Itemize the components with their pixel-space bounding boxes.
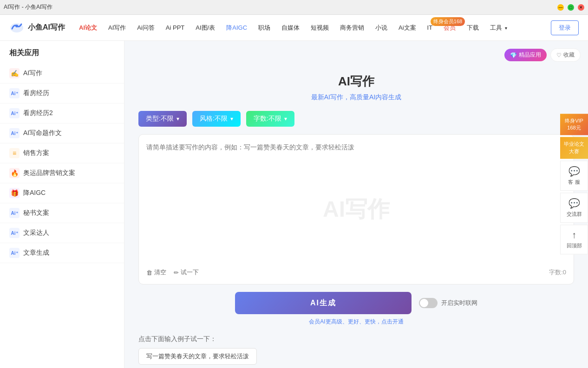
realtime-switch[interactable] (419, 298, 438, 308)
tools-arrow-icon: ▾ (505, 26, 507, 31)
collect-badge[interactable]: ♡ 收藏 (550, 48, 581, 62)
member-hint: 会员AI更高级、更好、更快，点击开通 (138, 318, 574, 326)
customer-service-icon: 💬 (568, 166, 580, 177)
nav-tools[interactable]: 工具 ▾ (485, 21, 512, 35)
community-button[interactable]: 💬 交流群 (560, 193, 588, 223)
nav-xiezuo[interactable]: AI写作 (104, 21, 131, 35)
sidebar-item-writer[interactable]: Ai⁺ 文采达人 (0, 223, 124, 243)
content-area: 💎 精品应用 ♡ 收藏 AI写作 最新AI写作，高质量AI内容生成 类型:不限 … (124, 41, 588, 368)
style-dropdown-icon: ▾ (230, 116, 233, 122)
sidebar-label-ai-essay: AI写命题作文 (23, 129, 62, 137)
page-subtitle: 最新AI写作，高质量AI内容生成 (138, 93, 574, 102)
nav-novel[interactable]: 小说 (371, 21, 392, 35)
logo[interactable]: 小鱼AI写作 (9, 20, 65, 35)
secretary-icon: Ai⁺ (9, 208, 20, 218)
titlebar-title: AI写作 - 小鱼AI写作 (4, 3, 52, 11)
trash-icon: 🗑 (146, 269, 152, 276)
titlebar: AI写作 - 小鱼AI写作 — □ ✕ (0, 0, 588, 15)
pencil-icon: ✏ (174, 269, 179, 276)
sidebar-title: 相关应用 (0, 48, 124, 64)
minimize-button[interactable]: — (557, 4, 564, 11)
nav-download[interactable]: 下载 (462, 21, 483, 35)
article-icon: Ai⁺ (9, 248, 20, 258)
graduation-float-card[interactable]: 毕业论文 大赛 (560, 137, 588, 159)
page-title: AI写作 (138, 73, 574, 90)
realtime-toggle: 开启实时联网 (419, 298, 477, 308)
examples-label: 点击下面输入例子试一下： (138, 335, 574, 343)
member-badge: 终身会员168 (431, 17, 465, 26)
maximize-button[interactable]: □ (568, 4, 574, 11)
sidebar-label-ai-writing: AI写作 (23, 69, 42, 77)
sidebar: 相关应用 ✍ AI写作 Ai⁺ 看房经历 Ai⁺ 看房经历2 Ai⁺ AI写命题… (0, 41, 124, 368)
nav-image[interactable]: AI图/表 (191, 21, 220, 35)
sidebar-label-sales-plan: 销售方案 (23, 149, 49, 157)
nav-job[interactable]: 职场 (254, 21, 275, 35)
word-count: 字数:0 (549, 268, 566, 277)
svg-point-1 (15, 25, 18, 27)
sidebar-item-article[interactable]: Ai⁺ 文章生成 (0, 243, 124, 263)
vip-float-card[interactable]: 终身VIP 168元 (560, 114, 588, 136)
nav-aiwen[interactable]: Ai文案 (394, 21, 421, 35)
words-dropdown-icon: ▾ (284, 116, 287, 122)
nav-media[interactable]: 自媒体 (277, 21, 304, 35)
sidebar-item-house-exp2[interactable]: Ai⁺ 看房经历2 (0, 103, 124, 123)
open-member-link[interactable]: 点击开通 (381, 318, 404, 325)
type-filter-button[interactable]: 类型:不限 ▾ (138, 111, 187, 127)
try-button[interactable]: ✏ 试一下 (174, 268, 199, 277)
logo-icon (9, 20, 24, 35)
clear-button[interactable]: 🗑 清空 (146, 268, 166, 277)
main-nav: AI论文 AI写作 Ai问答 Ai PPT AI图/表 降AIGC 职场 自媒体… (74, 21, 551, 35)
heart-icon: ♡ (556, 52, 562, 58)
nav-ppt[interactable]: Ai PPT (161, 21, 189, 34)
nav-marketing[interactable]: 商务营销 (335, 21, 369, 35)
sidebar-item-ai-essay[interactable]: Ai⁺ AI写命题作文 (0, 123, 124, 143)
premium-badge[interactable]: 💎 精品应用 (504, 49, 547, 61)
house-exp-icon: Ai⁺ (9, 88, 20, 98)
close-button[interactable]: ✕ (578, 4, 584, 11)
right-float-panel: 终身VIP 168元 毕业论文 大赛 💬 客 服 💬 交流群 ↑ 回顶部 (560, 114, 588, 255)
diamond-icon: 💎 (510, 52, 517, 58)
customer-service-button[interactable]: 💬 客 服 (560, 161, 588, 191)
sidebar-label-house-exp2: 看房经历2 (23, 109, 53, 117)
sidebar-item-house-exp[interactable]: Ai⁺ 看房经历 (0, 84, 124, 103)
textarea-card: AI写作 🗑 清空 ✏ 试一下 字数:0 (138, 134, 574, 284)
nav-wenda[interactable]: Ai问答 (132, 21, 159, 35)
ai-writing-icon: ✍ (9, 68, 20, 78)
login-button[interactable]: 登录 (551, 20, 579, 35)
sidebar-label-secretary: 秘书文案 (23, 209, 49, 217)
nav-member[interactable]: 会员 终身会员168 (439, 21, 460, 35)
style-filter-button[interactable]: 风格:不限 ▾ (192, 111, 241, 127)
nav-aigc[interactable]: 降AIGC (222, 21, 252, 35)
sidebar-label-aigc-reduce: 降AIGC (23, 189, 46, 197)
type-dropdown-icon: ▾ (176, 116, 179, 122)
community-icon: 💬 (568, 198, 580, 209)
filter-row: 类型:不限 ▾ 风格:不限 ▾ 字数:不限 ▾ (138, 111, 574, 127)
sidebar-label-writer: 文采达人 (23, 229, 49, 237)
aigc-reduce-icon: 🎁 (9, 188, 20, 198)
words-filter-button[interactable]: 字数:不限 ▾ (246, 111, 294, 127)
generate-row: AI生成 开启实时联网 (138, 292, 574, 314)
content-textarea[interactable] (146, 142, 566, 263)
generate-button[interactable]: AI生成 (235, 292, 412, 314)
examples-section: 点击下面输入例子试一下： 写一篇赞美春天的文章，要求轻松活泼 (138, 335, 574, 365)
sidebar-item-secretary[interactable]: Ai⁺ 秘书文案 (0, 203, 124, 223)
sidebar-item-aigc-reduce[interactable]: 🎁 降AIGC (0, 183, 124, 203)
titlebar-controls: — □ ✕ (557, 4, 584, 11)
nav-lunwen[interactable]: AI论文 (74, 21, 102, 35)
back-top-icon: ↑ (572, 230, 576, 240)
back-top-button[interactable]: ↑ 回顶部 (560, 225, 588, 254)
toggle-knob (420, 299, 428, 307)
textarea-footer: 🗑 清空 ✏ 试一下 字数:0 (146, 268, 566, 277)
sidebar-item-ai-writing[interactable]: ✍ AI写作 (0, 64, 124, 84)
house-exp2-icon: Ai⁺ (9, 108, 20, 118)
ai-essay-icon: Ai⁺ (9, 128, 20, 138)
example-chip-0[interactable]: 写一篇赞美春天的文章，要求轻松活泼 (138, 348, 257, 365)
nav-video[interactable]: 短视频 (306, 21, 333, 35)
sidebar-item-olympic[interactable]: 🔥 奥运品牌营销文案 (0, 163, 124, 183)
main-layout: 相关应用 ✍ AI写作 Ai⁺ 看房经历 Ai⁺ 看房经历2 Ai⁺ AI写命题… (0, 41, 588, 368)
olympic-icon: 🔥 (9, 168, 20, 178)
generate-section: AI生成 开启实时联网 会员AI更高级、更好、更快，点击开通 (138, 292, 574, 326)
textarea-actions: 🗑 清空 ✏ 试一下 (146, 268, 199, 277)
writer-icon: Ai⁺ (9, 228, 20, 238)
sidebar-item-sales-plan[interactable]: ≡ 销售方案 (0, 143, 124, 163)
